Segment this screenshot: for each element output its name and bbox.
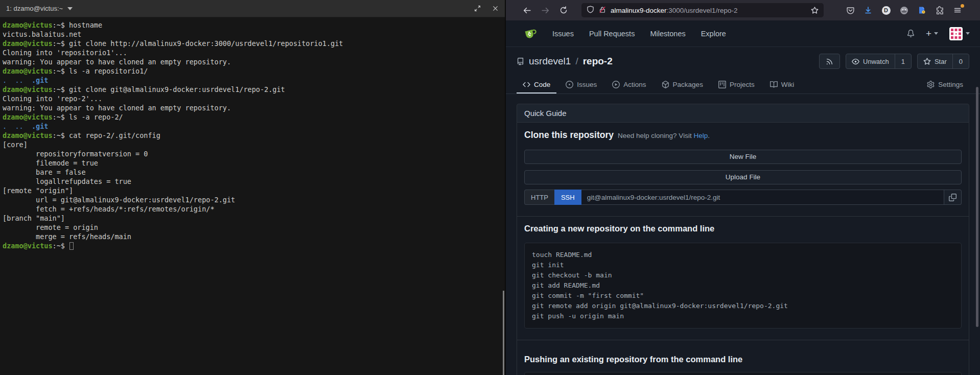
user-menu[interactable] bbox=[949, 27, 970, 40]
star-button[interactable]: Star 0 bbox=[917, 54, 969, 69]
nav-item-explore[interactable]: Explore bbox=[701, 30, 726, 38]
terminal-line: [remote "origin"] bbox=[3, 186, 502, 195]
ssh-protocol-button[interactable]: SSH bbox=[554, 190, 581, 205]
chevron-down-icon bbox=[966, 32, 970, 35]
quick-guide-header: Quick Guide bbox=[517, 104, 969, 123]
upload-file-button[interactable]: Upload File bbox=[524, 170, 962, 184]
terminal-line: logallrefupdates = true bbox=[3, 177, 502, 186]
browser-toolbar: almalinux9-docker:3000/usrdevel1/repo-2 … bbox=[506, 0, 980, 20]
reload-button[interactable] bbox=[556, 3, 571, 17]
page-scrollbar[interactable] bbox=[976, 87, 978, 327]
terminal-line: filemode = true bbox=[3, 158, 502, 168]
new-file-button[interactable]: New File bbox=[524, 150, 962, 164]
push-commands-code bbox=[524, 372, 962, 375]
nav-item-pull-requests[interactable]: Pull Requests bbox=[589, 30, 635, 38]
repo-owner-link[interactable]: usrdevel1 bbox=[529, 56, 571, 67]
screen: 1: dzamo@victus:~ dzamo@victus:~$ hostna… bbox=[0, 0, 980, 375]
repo-tabs: CodeIssuesActionsPackagesProjectsWiki Se… bbox=[506, 76, 980, 94]
repo-name-link[interactable]: repo-2 bbox=[583, 56, 613, 67]
http-protocol-button[interactable]: HTTP bbox=[524, 190, 554, 205]
browser-window: almalinux9-docker:3000/usrdevel1/repo-2 … bbox=[506, 0, 980, 375]
url-bar[interactable]: almalinux9-docker:3000/usrdevel1/repo-2 bbox=[581, 3, 824, 17]
notifications-bell-icon[interactable] bbox=[907, 30, 915, 37]
terminal-line: dzamo@victus:~$ hostname bbox=[3, 20, 502, 30]
tab-settings[interactable]: Settings bbox=[921, 76, 969, 93]
nav-item-issues[interactable]: Issues bbox=[552, 30, 574, 38]
tab-issues[interactable]: Issues bbox=[559, 76, 603, 93]
repo-icon bbox=[517, 58, 524, 65]
quick-guide: Quick Guide Clone this repository Need h… bbox=[517, 104, 969, 375]
eye-icon bbox=[852, 58, 859, 65]
avatar bbox=[949, 27, 963, 40]
star-label: Star bbox=[935, 58, 947, 65]
bookmark-star-icon[interactable] bbox=[811, 7, 819, 14]
code-icon bbox=[523, 81, 530, 88]
terminal-line: warning: You appear to have cloned an em… bbox=[3, 57, 502, 66]
terminal-cursor bbox=[69, 242, 74, 250]
terminal-tab-dropdown-icon[interactable] bbox=[67, 7, 73, 10]
plus-icon: + bbox=[926, 28, 931, 39]
play-icon bbox=[612, 81, 620, 88]
terminal-close-button[interactable] bbox=[492, 5, 499, 12]
menu-hamburger-icon[interactable] bbox=[952, 5, 963, 15]
terminal-line: fetch = +refs/heads/*:refs/remotes/origi… bbox=[3, 204, 502, 214]
terminal-line: url = git@almalinux9-docker:usrdevel1/re… bbox=[3, 195, 502, 204]
tab-wiki[interactable]: Wiki bbox=[764, 76, 801, 93]
create-new-button[interactable]: + bbox=[926, 28, 938, 39]
help-link[interactable]: Help bbox=[693, 132, 708, 139]
terminal-line: [core] bbox=[3, 140, 502, 149]
terminal-window: 1: dzamo@victus:~ dzamo@victus:~$ hostna… bbox=[0, 0, 505, 375]
unwatch-label: Unwatch bbox=[863, 58, 889, 65]
clone-heading: Clone this repository bbox=[524, 130, 614, 140]
terminal-maximize-button[interactable] bbox=[474, 5, 481, 12]
gitea-logo[interactable] bbox=[523, 27, 537, 40]
repo-header: usrdevel1 / repo-2 Unwatch 1 bbox=[517, 47, 969, 76]
back-button[interactable] bbox=[519, 3, 534, 17]
download-icon[interactable] bbox=[863, 5, 873, 15]
pocket-icon[interactable] bbox=[845, 5, 855, 15]
star-icon bbox=[923, 58, 931, 65]
nav-item-milestones[interactable]: Milestones bbox=[650, 30, 685, 38]
terminal-scrollbar[interactable] bbox=[503, 291, 504, 375]
terminal-line: remote = origin bbox=[3, 223, 502, 232]
terminal-line: victus.balaitus.net bbox=[3, 30, 502, 39]
update-badge bbox=[961, 4, 964, 8]
toolbar-extensions: D bbox=[845, 5, 963, 15]
tab-projects[interactable]: Projects bbox=[712, 76, 761, 93]
copy-url-button[interactable] bbox=[944, 190, 962, 205]
insecure-lock-icon[interactable] bbox=[599, 6, 606, 15]
forward-button[interactable] bbox=[538, 3, 553, 17]
shield-icon[interactable] bbox=[587, 6, 594, 15]
terminal-line: Cloning into 'repo-2'... bbox=[3, 94, 502, 103]
extension-document-icon[interactable] bbox=[917, 5, 927, 15]
extension-badger-icon[interactable] bbox=[899, 5, 909, 15]
create-commands-code: touch README.md git init git checkout -b… bbox=[524, 243, 962, 329]
issue-icon bbox=[566, 81, 573, 88]
terminal-line: dzamo@victus:~$ bbox=[3, 241, 502, 250]
terminal-line: dzamo@victus:~$ ls -a repo-2/ bbox=[3, 112, 502, 122]
terminal-line: . .. .git bbox=[3, 76, 502, 85]
terminal-title: 1: dzamo@victus:~ bbox=[6, 5, 63, 12]
project-icon bbox=[718, 81, 726, 88]
tab-packages[interactable]: Packages bbox=[656, 76, 709, 93]
section-divider bbox=[517, 216, 969, 217]
terminal-output: dzamo@victus:~$ hostnamevictus.balaitus.… bbox=[0, 17, 505, 250]
tab-actions[interactable]: Actions bbox=[606, 76, 652, 93]
unwatch-button[interactable]: Unwatch 1 bbox=[846, 54, 912, 69]
tab-code[interactable]: Code bbox=[517, 76, 556, 93]
copy-icon bbox=[949, 194, 956, 201]
stars-count[interactable]: 0 bbox=[952, 54, 969, 68]
terminal-line: merge = refs/heads/main bbox=[3, 232, 502, 241]
terminal-line: dzamo@victus:~$ cat repo-2/.git/config bbox=[3, 131, 502, 140]
create-repo-heading: Creating a new repository on the command… bbox=[524, 224, 962, 233]
gitea-page: IssuesPull RequestsMilestonesExplore + bbox=[506, 20, 980, 375]
extension-d-icon[interactable]: D bbox=[881, 5, 891, 15]
terminal-titlebar[interactable]: 1: dzamo@victus:~ bbox=[0, 0, 505, 17]
repo-separator: / bbox=[575, 56, 578, 67]
gear-icon bbox=[927, 81, 935, 88]
clone-url-input[interactable] bbox=[581, 190, 944, 205]
extensions-puzzle-icon[interactable] bbox=[935, 5, 945, 15]
rss-feed-button[interactable] bbox=[819, 54, 840, 69]
url-host: almalinux9-docker bbox=[611, 7, 667, 14]
watchers-count[interactable]: 1 bbox=[895, 54, 911, 68]
